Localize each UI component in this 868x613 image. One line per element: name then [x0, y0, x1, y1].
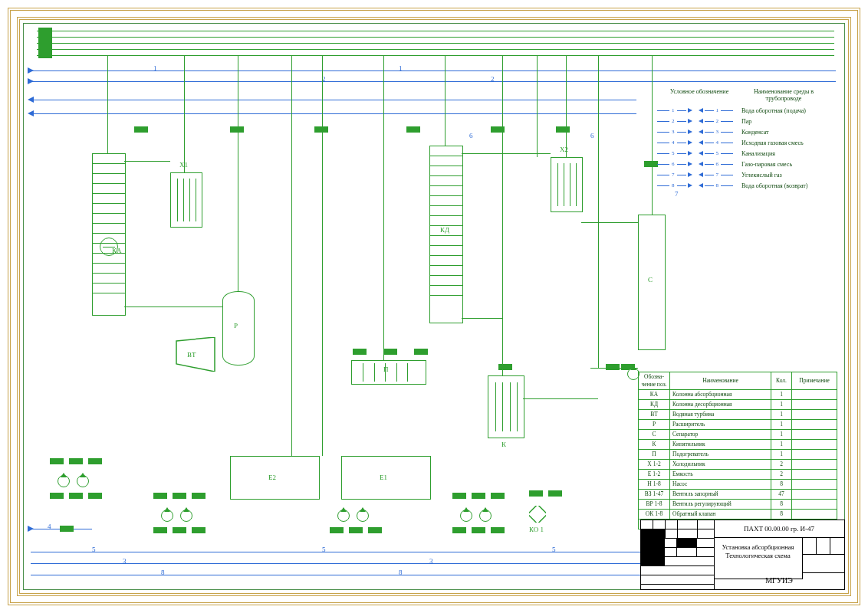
process-line [184, 55, 185, 172]
valve-tag [368, 527, 382, 533]
legend-row: 22Пар [657, 116, 826, 126]
line-tag [38, 46, 52, 52]
line-number: 6 [469, 132, 473, 139]
valve-tag [153, 527, 167, 533]
valve-tag [452, 527, 466, 533]
expander [222, 291, 255, 366]
pump-icon [161, 510, 173, 522]
equipment-label: К [501, 441, 506, 448]
valve-tag [230, 126, 244, 133]
table-row: ВЗ 1-47Вентиль запорный47 [639, 490, 837, 500]
valve-tag [472, 527, 485, 533]
valve-tag [349, 527, 363, 533]
pump-icon [460, 510, 472, 522]
valve-tag [414, 349, 428, 355]
line-number: 3 [429, 557, 433, 565]
process-line [523, 398, 598, 399]
table-row: КДКолонна десорбционная1 [639, 400, 837, 410]
valve-tag [548, 490, 562, 497]
valve-tag [69, 493, 83, 499]
pump-icon [479, 510, 492, 522]
valve-tag [192, 493, 205, 499]
legend-row: 33Конденсат [657, 126, 826, 137]
line-tag [38, 34, 52, 40]
pump-icon [357, 510, 369, 522]
valve-tag [88, 493, 102, 499]
flow-arrow [28, 526, 34, 532]
valve-tag [314, 126, 328, 133]
table-row: ВТВодяная турбина1 [639, 410, 837, 420]
line-number: 1 [399, 64, 403, 72]
equipment-label: КО 1 [529, 526, 544, 533]
line-number: 5 [92, 546, 96, 553]
legend-row: 55Канализация [657, 148, 826, 159]
process-line [502, 55, 503, 375]
flow-arrow [28, 110, 34, 116]
table-row: Н 1-8Насос8 [639, 480, 837, 490]
valve-tag [173, 493, 186, 499]
valve-tag [330, 527, 344, 533]
drawing-title: Установка абсорбционная [714, 543, 802, 552]
line-legend: Условное обозначение Наименование среды … [657, 88, 826, 191]
legend-row: 77Углекислый газ [657, 169, 826, 180]
valve-tag [556, 126, 570, 133]
drawing-subtitle: Технологическая схема [714, 552, 802, 560]
process-line [124, 306, 222, 307]
line-number: 4 [48, 523, 51, 530]
table-header: Примечание [792, 372, 837, 390]
valve-tag [498, 364, 512, 370]
column-desorber [429, 146, 463, 323]
title-block: ПАХТ 00.00.00 гр. И-47 Установка абсорбц… [640, 520, 845, 590]
valve-tag [173, 527, 186, 533]
line-number: 3 [123, 557, 127, 565]
line-tag [38, 40, 52, 46]
valve-tag [606, 364, 620, 370]
equipment-label: КД [440, 226, 449, 234]
line-number: 8 [161, 569, 165, 576]
process-line [238, 55, 238, 291]
process-line [445, 55, 446, 146]
process-line [462, 318, 503, 319]
process-line [37, 43, 834, 44]
pump-icon [77, 475, 89, 487]
process-line [652, 55, 653, 215]
line-number: 2 [491, 75, 495, 83]
valve-tag [88, 458, 102, 464]
process-line [322, 55, 323, 456]
valve-tag [50, 458, 64, 464]
reboiler [488, 375, 524, 438]
equipment-label: П [383, 366, 389, 373]
valve-tag [69, 458, 83, 464]
line-tag [38, 52, 52, 58]
table-row: РРасширитель1 [639, 420, 837, 430]
table-row: ППодогреватель1 [639, 450, 837, 460]
valve-tag [529, 490, 543, 497]
organization: МГУИЭ [714, 572, 844, 589]
equipment-label: С [648, 276, 653, 284]
pump-icon [337, 510, 350, 522]
table-row: ОК 1-8Обратный клапан8 [639, 510, 837, 520]
table-row: ККипятильник1 [639, 440, 837, 450]
line-number: 8 [399, 569, 403, 576]
column-absorber [92, 153, 126, 316]
process-line [537, 55, 538, 157]
valve-tag [452, 493, 466, 499]
process-line [566, 55, 567, 157]
legend-heading: Наименование среды в трубопроводе [741, 88, 826, 102]
valve-tag [491, 126, 505, 133]
utility-line-1 [31, 70, 836, 71]
equipment-label: Р [234, 322, 238, 329]
utility-line-2 [31, 81, 836, 82]
process-line [598, 55, 599, 368]
line-number: 1 [153, 64, 157, 72]
valve-tag [472, 493, 485, 499]
drawing-code: ПАХТ 00.00.00 гр. И-47 [714, 520, 844, 538]
line-number: 5 [322, 546, 326, 553]
valve-tag [50, 493, 64, 499]
table-row: Е 1-2Емкость2 [639, 470, 837, 480]
legend-row: 44Исходная газовая смесь [657, 137, 826, 148]
svg-rect-1 [529, 506, 546, 523]
table-row: ВР 1-8Вентиль регулирующий8 [639, 500, 837, 510]
valve-tag [644, 161, 658, 167]
valve-tag [383, 349, 397, 355]
